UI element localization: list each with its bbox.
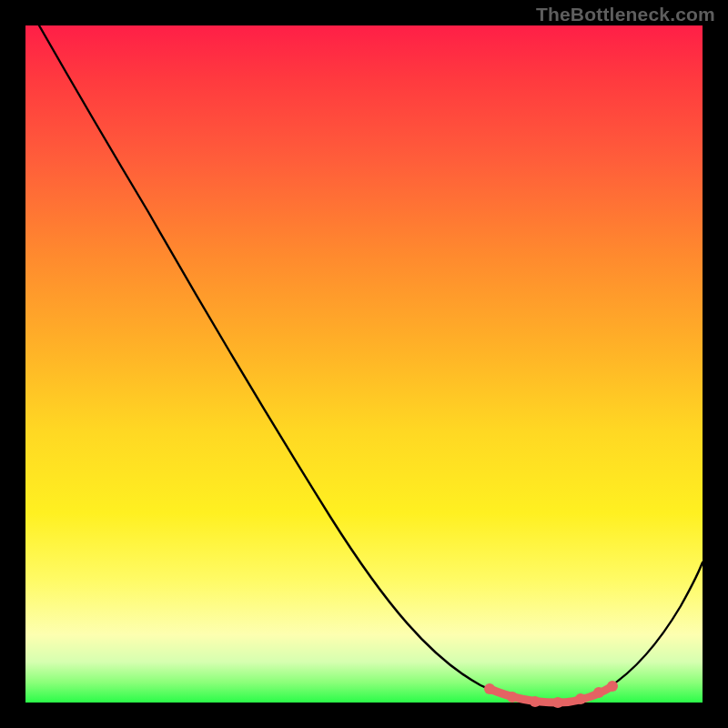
highlight-dot bbox=[530, 696, 541, 707]
highlight-dot bbox=[575, 693, 586, 704]
plot-area bbox=[25, 25, 703, 703]
highlight-dot-start bbox=[484, 683, 495, 694]
chart-svg bbox=[25, 25, 703, 703]
highlight-dot bbox=[552, 697, 563, 708]
highlight-dot bbox=[593, 687, 604, 698]
highlight-dot bbox=[507, 692, 518, 703]
bottleneck-curve bbox=[39, 25, 703, 703]
watermark-text: TheBottleneck.com bbox=[536, 4, 715, 25]
chart-frame: TheBottleneck.com bbox=[0, 0, 728, 728]
highlight-dot-end bbox=[607, 681, 618, 692]
